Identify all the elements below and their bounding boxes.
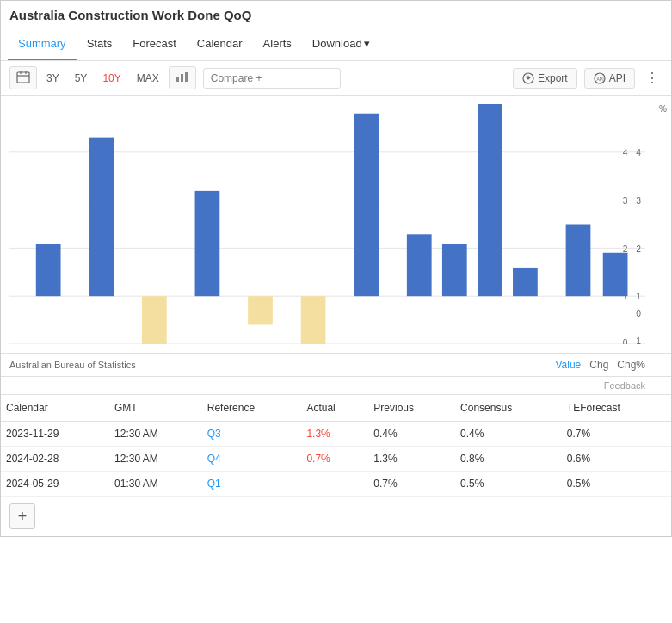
- col-previous: Previous: [368, 395, 455, 422]
- tab-alerts[interactable]: Alerts: [253, 28, 302, 60]
- svg-rect-0: [17, 72, 29, 83]
- svg-text:0: 0: [636, 309, 641, 318]
- svg-text:4: 4: [636, 148, 641, 157]
- cell-gmt: 12:30 AM: [109, 447, 202, 472]
- svg-rect-29: [478, 104, 502, 296]
- cell-reference: Q3: [202, 422, 302, 447]
- cell-gmt: 12:30 AM: [109, 422, 202, 447]
- svg-text:API: API: [596, 77, 603, 82]
- calendar-icon-btn[interactable]: [9, 66, 37, 89]
- period-5y[interactable]: 5Y: [69, 69, 94, 88]
- svg-text:2: 2: [623, 244, 628, 253]
- svg-text:3: 3: [636, 196, 641, 206]
- table-row: 2024-02-2812:30 AMQ40.7%1.3%0.8%0.6%: [1, 447, 671, 472]
- feedback-text[interactable]: Feedback: [604, 380, 645, 391]
- compare-input[interactable]: [203, 68, 341, 89]
- svg-text:4: 4: [623, 148, 628, 157]
- cell-teforecast: 0.5%: [562, 472, 671, 497]
- export-button[interactable]: Export: [513, 68, 577, 89]
- col-teforecast: TEForecast: [562, 395, 671, 422]
- period-3y[interactable]: 3Y: [40, 69, 65, 88]
- tab-summary[interactable]: Summary: [8, 28, 77, 60]
- svg-rect-6: [185, 72, 188, 82]
- svg-rect-26: [354, 114, 379, 296]
- page-container: Australia Construction Work Done QoQ Sum…: [0, 0, 672, 537]
- svg-rect-23: [195, 191, 220, 296]
- cell-teforecast: 0.7%: [562, 422, 671, 447]
- svg-rect-4: [176, 77, 179, 82]
- toolbar-right: Export API API ⋮: [513, 68, 663, 89]
- tab-download[interactable]: Download ▾: [302, 28, 380, 60]
- cell-consensus: 0.5%: [455, 472, 562, 497]
- cell-teforecast: 0.6%: [562, 447, 671, 472]
- chart-type-icon-btn[interactable]: [169, 66, 196, 89]
- svg-rect-22: [142, 296, 167, 344]
- col-gmt: GMT: [109, 395, 202, 422]
- table-row: 2023-11-2912:30 AMQ31.3%0.4%0.4%0.7%: [1, 422, 671, 447]
- data-table: Calendar GMT Reference Actual Previous C…: [1, 395, 671, 497]
- toolbar: 3Y 5Y 10Y MAX Export API API ⋮: [1, 61, 671, 96]
- svg-rect-28: [442, 244, 467, 296]
- table-row: 2024-05-2901:30 AMQ10.7%0.5%0.5%: [1, 472, 671, 497]
- svg-rect-30: [513, 268, 538, 296]
- cell-consensus: 0.4%: [455, 422, 562, 447]
- chart-area: % 4 3 2 1 0: [1, 96, 671, 354]
- cell-reference: Q4: [202, 447, 302, 472]
- svg-rect-20: [36, 244, 61, 296]
- svg-rect-31: [566, 225, 591, 297]
- svg-text:2: 2: [636, 244, 641, 253]
- period-max[interactable]: MAX: [131, 69, 165, 88]
- more-options-button[interactable]: ⋮: [642, 68, 663, 88]
- value-link[interactable]: Value: [555, 359, 581, 371]
- col-reference: Reference: [202, 395, 302, 422]
- cell-actual: 0.7%: [301, 447, 368, 472]
- svg-text:0: 0: [623, 338, 628, 344]
- cell-calendar: 2024-02-28: [1, 447, 109, 472]
- chart-footer: Australian Bureau of Statistics Value Ch…: [1, 354, 671, 377]
- cell-reference: Q1: [202, 472, 302, 497]
- col-actual: Actual: [301, 395, 368, 422]
- add-row-button[interactable]: +: [9, 503, 35, 529]
- feedback-row: Feedback: [1, 377, 671, 395]
- svg-rect-5: [181, 74, 183, 82]
- cell-previous: 1.3%: [368, 447, 455, 472]
- col-calendar: Calendar: [1, 395, 109, 422]
- svg-rect-21: [89, 138, 114, 297]
- svg-rect-32: [603, 253, 628, 296]
- chart-inner: 4 3 2 1 0: [9, 104, 645, 344]
- svg-text:3: 3: [623, 196, 628, 206]
- tab-forecast[interactable]: Forecast: [122, 28, 187, 60]
- table-header-row: Calendar GMT Reference Actual Previous C…: [1, 395, 671, 422]
- svg-text:-1: -1: [633, 336, 641, 344]
- col-consensus: Consensus: [455, 395, 562, 422]
- y-axis-unit: %: [659, 104, 667, 114]
- cell-consensus: 0.8%: [455, 447, 562, 472]
- svg-rect-25: [301, 296, 326, 344]
- dropdown-arrow-icon: ▾: [364, 37, 370, 50]
- tab-calendar[interactable]: Calendar: [187, 28, 253, 60]
- cell-gmt: 01:30 AM: [109, 472, 202, 497]
- chgpct-label[interactable]: Chg%: [617, 359, 645, 371]
- cell-calendar: 2023-11-29: [1, 422, 109, 447]
- cell-calendar: 2024-05-29: [1, 472, 109, 497]
- svg-text:1: 1: [636, 292, 641, 301]
- cell-previous: 0.4%: [368, 422, 455, 447]
- bar-chart: 4 3 2 1 0: [9, 104, 645, 344]
- api-button[interactable]: API API: [584, 68, 635, 89]
- cell-actual: [301, 472, 368, 497]
- period-10y[interactable]: 10Y: [96, 69, 126, 88]
- source-text: Australian Bureau of Statistics: [9, 360, 136, 370]
- chg-label[interactable]: Chg: [589, 359, 608, 371]
- cell-actual: 1.3%: [301, 422, 368, 447]
- tab-stats[interactable]: Stats: [77, 28, 123, 60]
- tabs-bar: Summary Stats Forecast Calendar Alerts D…: [1, 28, 671, 61]
- page-title: Australia Construction Work Done QoQ: [1, 1, 671, 28]
- cell-previous: 0.7%: [368, 472, 455, 497]
- svg-rect-24: [248, 296, 273, 324]
- svg-rect-27: [407, 234, 432, 296]
- chart-footer-right: Value Chg Chg%: [555, 359, 645, 371]
